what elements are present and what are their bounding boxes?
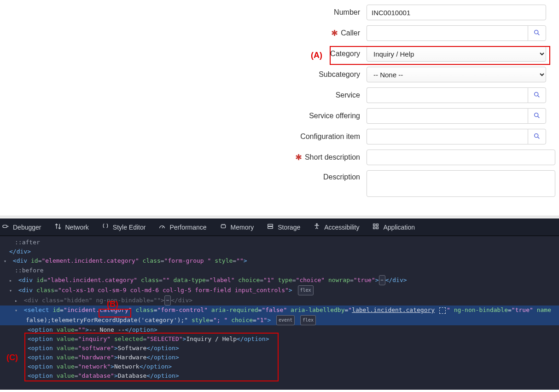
tab-memory[interactable]: Memory (220, 223, 254, 231)
search-icon (533, 133, 541, 141)
style-editor-icon (102, 223, 109, 231)
svg-point-4 (535, 113, 538, 116)
svg-point-2 (535, 92, 538, 96)
code-option-network: <option value="network">Network</option> (0, 362, 559, 371)
category-select[interactable]: Inquiry / Help (367, 46, 546, 62)
svg-rect-16 (268, 227, 273, 229)
code-line: </div> (0, 247, 559, 256)
row-number: Number (0, 5, 559, 20)
svg-point-6 (535, 133, 538, 137)
tab-performance[interactable]: Performance (158, 223, 206, 231)
label-service: Service (249, 91, 367, 99)
code-line-selected: <select id="incident.category" class="fo… (0, 306, 559, 315)
search-icon (533, 29, 541, 38)
code-line: <div id="element.incident.category" clas… (0, 256, 559, 266)
svg-rect-18 (373, 224, 375, 226)
memory-icon (220, 223, 227, 231)
description-textarea[interactable] (367, 170, 555, 197)
row-description: Description (0, 170, 559, 197)
svg-rect-20 (373, 227, 375, 229)
code-line: ::after (0, 238, 559, 247)
service-input[interactable] (367, 87, 528, 103)
caller-lookup-button[interactable] (528, 25, 546, 41)
label-service-offering: Service offering (249, 112, 367, 120)
svg-line-10 (162, 226, 163, 228)
search-icon (533, 112, 541, 121)
tab-storage[interactable]: Storage (267, 223, 300, 231)
subcategory-select[interactable]: -- None -- (367, 67, 546, 82)
svg-line-1 (538, 34, 539, 35)
form-area: Number ✱ Caller Category Inquiry / Help (0, 0, 559, 216)
row-service: Service (0, 87, 559, 103)
tab-accessibility[interactable]: Accessibility (313, 223, 359, 231)
caller-input[interactable] (367, 25, 528, 41)
service-lookup-button[interactable] (528, 87, 546, 103)
number-input[interactable] (367, 5, 546, 20)
devtools-toolbar: Debugger Network Style Editor Performanc… (0, 219, 559, 236)
svg-line-7 (538, 137, 539, 138)
accessibility-icon (313, 223, 320, 231)
label-subcategory: Subcategory (249, 70, 367, 79)
service-offering-lookup-button[interactable] (528, 108, 546, 124)
code-line: <div class="col-xs-10 col-sm-9 col-md-6 … (0, 285, 559, 295)
code-option-none: <option value="">-- None --</option> (0, 325, 559, 334)
tab-network[interactable]: Network (54, 223, 89, 231)
row-configuration-item: Configuration item (0, 129, 559, 144)
configuration-item-input[interactable] (367, 129, 528, 144)
row-caller: ✱ Caller (0, 25, 559, 41)
svg-rect-15 (268, 224, 273, 226)
code-option-inquiry: <option value="inquiry" selected="SELECT… (0, 334, 559, 344)
label-caller: ✱ Caller (249, 28, 367, 38)
svg-rect-21 (377, 227, 378, 229)
label-category: Category (249, 50, 367, 58)
label-number: Number (249, 8, 367, 17)
row-category: Category Inquiry / Help (0, 46, 559, 62)
label-description: Description (249, 170, 367, 181)
code-line-selected: false);telemetryForRecordUpdate('categor… (0, 315, 559, 325)
svg-line-5 (538, 116, 539, 118)
code-option-database: <option value="database">Database</optio… (0, 371, 559, 380)
devtools-panel: Debugger Network Style Editor Performanc… (0, 219, 559, 390)
service-offering-input[interactable] (367, 108, 528, 124)
svg-line-3 (538, 96, 539, 97)
required-mark: ✱ (331, 28, 338, 38)
row-short-description: ✱ Short description (0, 150, 559, 165)
code-option-software: <option value="software">Software</optio… (0, 344, 559, 353)
svg-point-0 (535, 30, 538, 34)
required-mark: ✱ (295, 152, 302, 162)
target-icon[interactable] (439, 307, 446, 314)
short-description-input[interactable] (367, 150, 555, 165)
performance-icon (158, 223, 166, 231)
row-subcategory: Subcategory -- None -- (0, 67, 559, 82)
debugger-icon (2, 223, 9, 231)
tab-style-editor[interactable]: Style Editor (102, 223, 146, 231)
label-short-description: ✱ Short description (249, 152, 367, 162)
svg-rect-11 (221, 225, 225, 228)
svg-rect-8 (3, 225, 7, 227)
svg-point-17 (316, 224, 318, 225)
code-line: <div class="hidden" ng-non-bindable="">⋯… (0, 295, 559, 306)
configuration-item-lookup-button[interactable] (528, 129, 546, 144)
application-icon (372, 223, 379, 231)
code-line: <div id="label.incident.category" class=… (0, 275, 559, 285)
code-line: ::before (0, 266, 559, 275)
tab-application[interactable]: Application (372, 223, 415, 231)
row-service-offering: Service offering (0, 108, 559, 124)
search-icon (533, 91, 541, 100)
network-icon (54, 223, 62, 231)
code-option-hardware: <option value="hardware">Hardware</optio… (0, 353, 559, 362)
devtools-code[interactable]: ::after </div> <div id="element.incident… (0, 236, 559, 390)
storage-icon (267, 223, 274, 231)
svg-rect-19 (377, 224, 378, 226)
label-configuration-item: Configuration item (249, 133, 367, 141)
tab-debugger[interactable]: Debugger (2, 223, 41, 231)
